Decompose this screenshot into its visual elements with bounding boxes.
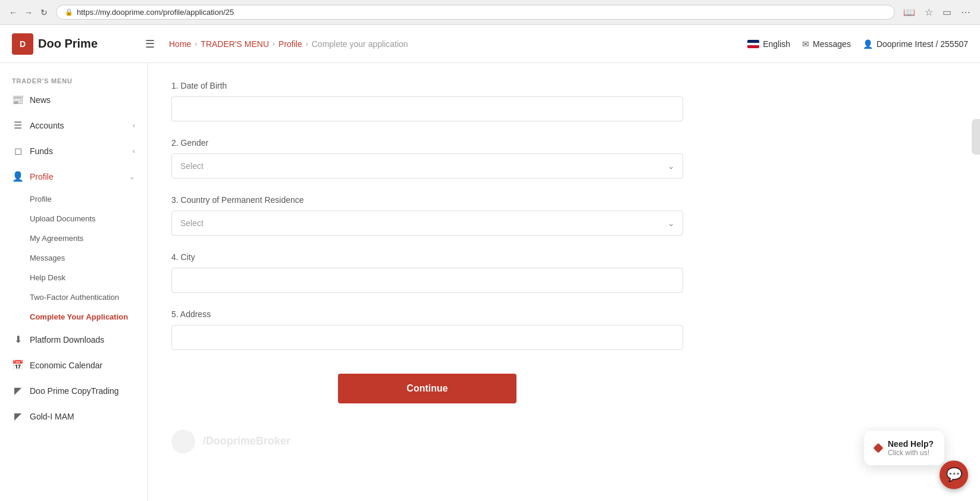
sidebar-item-accounts[interactable]: ☰ Accounts ‹: [0, 112, 147, 138]
hamburger-button[interactable]: ☰: [143, 37, 157, 51]
breadcrumb-complete-application: Complete your application: [312, 39, 408, 49]
label-city: 4. City: [171, 252, 683, 262]
field-number-3: 3.: [171, 195, 181, 205]
logo-icon: D: [12, 33, 33, 55]
field-date-of-birth: 1. Date of Birth: [171, 81, 683, 121]
select-wrapper-country: Select ⌄: [171, 211, 683, 236]
gold-mam-icon: ◤: [12, 411, 24, 422]
sidebar-item-label-copy-trading: Doo Prime CopyTrading: [30, 386, 135, 396]
help-widget[interactable]: Need Help? Click with us!: [864, 431, 944, 465]
field-number-2: 2.: [171, 138, 181, 148]
sidebar-subitem-complete-application[interactable]: Complete Your Application: [0, 307, 147, 327]
more-button[interactable]: ⋯: [959, 7, 973, 18]
sidebar-item-copy-trading[interactable]: ◤ Doo Prime CopyTrading: [0, 378, 147, 403]
select-wrapper-gender: Select Male Female Other ⌄: [171, 154, 683, 179]
messages-label: Messages: [813, 39, 851, 49]
field-city: 4. City: [171, 252, 683, 293]
accounts-icon: ☰: [12, 120, 24, 131]
news-icon: 📰: [12, 94, 24, 105]
sidebar-subitem-messages[interactable]: Messages: [0, 248, 147, 268]
input-city[interactable]: [171, 268, 683, 293]
user-icon: 👤: [863, 39, 873, 49]
select-gender[interactable]: Select Male Female Other: [171, 154, 683, 179]
language-selector[interactable]: English: [747, 39, 790, 49]
field-number-1: 1.: [171, 81, 181, 90]
field-gender: 2. Gender Select Male Female Other ⌄: [171, 138, 683, 179]
breadcrumb-sep-1: ›: [195, 40, 197, 48]
logo-area: D Doo Prime: [12, 33, 131, 55]
top-nav-right: English ✉ Messages 👤 Dooprime Irtest / 2…: [747, 39, 968, 49]
profile-chevron-icon: ⌄: [129, 173, 135, 181]
form-container: 1. Date of Birth 2. Gender Select Male F…: [171, 81, 683, 403]
breadcrumb-sep-2: ›: [273, 40, 275, 48]
logo-text: Doo Prime: [38, 37, 98, 51]
input-address[interactable]: [171, 325, 683, 350]
collections-button[interactable]: ▭: [940, 7, 954, 18]
help-subtitle: Click with us!: [888, 449, 934, 457]
user-label: Dooprime Irtest / 255507: [876, 39, 968, 49]
chat-fab-button[interactable]: 💬: [940, 461, 968, 489]
profile-icon: 👤: [12, 171, 24, 182]
continue-button[interactable]: Continue: [338, 374, 516, 403]
sidebar-item-label-gold-mam: Gold-I MAM: [30, 412, 135, 421]
sidebar-subitem-help-desk[interactable]: Help Desk: [0, 268, 147, 287]
sidebar-item-label-economic-calendar: Economic Calendar: [30, 361, 135, 370]
sidebar-subitem-profile[interactable]: Profile: [0, 189, 147, 209]
chat-icon: 💬: [946, 467, 962, 483]
envelope-icon: ✉: [802, 39, 809, 49]
sidebar-subitem-upload-documents[interactable]: Upload Documents: [0, 209, 147, 228]
top-nav: D Doo Prime ☰ Home › TRADER'S MENU › Pro…: [0, 25, 980, 63]
forward-button[interactable]: →: [23, 7, 35, 18]
breadcrumb-home[interactable]: Home: [169, 39, 191, 49]
help-widget-text: Need Help? Click with us!: [888, 439, 934, 457]
sidebar-item-profile[interactable]: 👤 Profile ⌄: [0, 164, 147, 189]
select-country[interactable]: Select: [171, 211, 683, 236]
input-date-of-birth[interactable]: [171, 96, 683, 121]
address-bar[interactable]: 🔒 https://my.dooprime.com/profile/applic…: [56, 5, 895, 20]
sidebar-item-funds[interactable]: ◻ Funds ‹: [0, 138, 147, 164]
breadcrumb-profile[interactable]: Profile: [278, 39, 302, 49]
sidebar-subitem-my-agreements[interactable]: My Agreements: [0, 228, 147, 248]
field-address: 5. Address: [171, 309, 683, 350]
field-number-5: 5.: [171, 309, 180, 319]
label-address: 5. Address: [171, 309, 683, 319]
economic-calendar-icon: 📅: [12, 359, 24, 371]
back-button[interactable]: ←: [7, 7, 19, 18]
help-widget-dot-icon: [873, 443, 883, 453]
copy-trading-icon: ◤: [12, 385, 24, 396]
reader-mode-button[interactable]: 📖: [901, 7, 918, 18]
content-panel: 1. Date of Birth 2. Gender Select Male F…: [148, 63, 980, 501]
label-date-of-birth: 1. Date of Birth: [171, 81, 683, 90]
sidebar-section-label: TRADER'S MENU: [0, 73, 147, 87]
sidebar-item-economic-calendar[interactable]: 📅 Economic Calendar: [0, 352, 147, 378]
accounts-chevron-icon: ‹: [133, 121, 135, 130]
sidebar-item-news[interactable]: 📰 News: [0, 87, 147, 112]
funds-chevron-icon: ‹: [133, 147, 135, 155]
sidebar-subitem-two-factor[interactable]: Two-Factor Authentication: [0, 287, 147, 307]
scrollbar-tab[interactable]: [972, 119, 980, 155]
refresh-button[interactable]: ↻: [38, 7, 50, 18]
continue-btn-row: Continue: [171, 374, 683, 403]
funds-icon: ◻: [12, 145, 24, 156]
field-country-of-residence: 3. Country of Permanent Residence Select…: [171, 195, 683, 236]
watermark-icon: [171, 430, 195, 453]
language-label: English: [763, 39, 790, 49]
label-country-of-residence: 3. Country of Permanent Residence: [171, 195, 683, 205]
browser-bar: ← → ↻ 🔒 https://my.dooprime.com/profile/…: [0, 0, 980, 25]
sidebar-item-label-platform-downloads: Platform Downloads: [30, 335, 135, 345]
url-text: https://my.dooprime.com/profile/applicat…: [77, 8, 886, 17]
breadcrumb-traders-menu[interactable]: TRADER'S MENU: [201, 39, 269, 49]
field-number-4: 4.: [171, 252, 181, 262]
label-gender: 2. Gender: [171, 138, 683, 148]
favorites-button[interactable]: ☆: [922, 7, 935, 18]
sidebar-item-platform-downloads[interactable]: ⬇ Platform Downloads: [0, 327, 147, 352]
logo-icon-text: D: [20, 39, 26, 49]
messages-button[interactable]: ✉ Messages: [802, 39, 851, 49]
sidebar: TRADER'S MENU 📰 News ☰ Accounts ‹ ◻ Fund…: [0, 63, 148, 501]
lock-icon: 🔒: [65, 8, 73, 16]
user-menu[interactable]: 👤 Dooprime Irtest / 255507: [863, 39, 968, 49]
sidebar-item-gold-mam[interactable]: ◤ Gold-I MAM: [0, 403, 147, 429]
flag-icon: [747, 40, 759, 48]
watermark: /DooprimeBroker: [171, 430, 290, 453]
sidebar-item-label-funds: Funds: [30, 146, 127, 156]
